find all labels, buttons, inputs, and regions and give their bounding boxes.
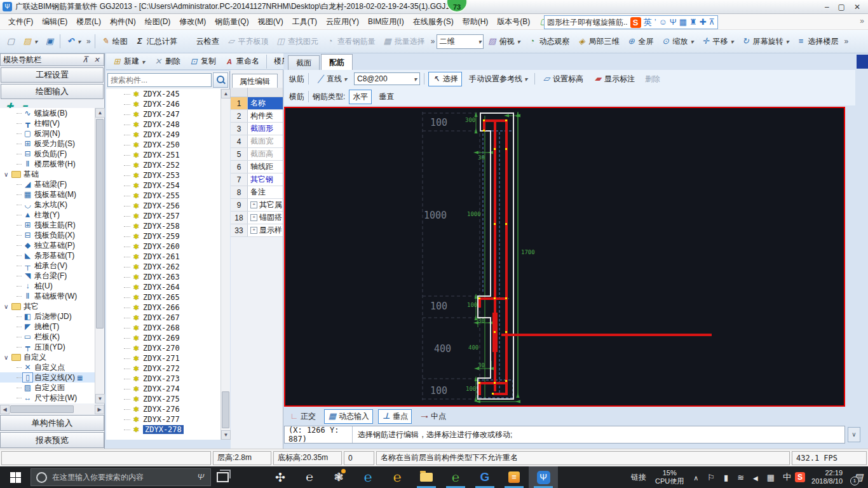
property-row[interactable]: 18 锚固搭 [231,212,283,224]
ime-mode-indicator[interactable]: 中 [779,471,795,483]
toolbar-button[interactable]: 屏幕旋转 [738,34,793,50]
list-item[interactable]: ZDYX-275 [106,394,229,404]
dynamic-input-toggle[interactable]: 动态输入 [324,409,373,424]
taskbar-clock[interactable]: 22:19 2018/8/10 [805,469,849,485]
ime-toolbar[interactable]: 圆形柱子即有螺旋箍筋.. S 英 ’ ☺ Ψ ▦ ♜ ✚ ⊼ [544,15,718,29]
emoji-icon[interactable]: ☺ [659,17,667,28]
property-row[interactable]: 4 截面宽 [231,135,283,148]
property-row[interactable]: 5 截面高 [231,148,283,161]
tree-item[interactable]: ◆ 独立基础(P) [0,240,104,250]
vertical-type-button[interactable]: 垂直 [376,90,397,104]
taskbar-app-button[interactable] [295,466,324,488]
view-mode-combo[interactable]: 二维 [437,34,484,49]
cpu-usage-widget[interactable]: 15% CPU使用 [650,469,689,485]
volume-icon[interactable] [749,473,763,482]
select-tool-button[interactable]: 选择 [428,72,462,86]
list-item[interactable]: ZDYX-273 [106,374,229,384]
toolbar-overflow-chevron[interactable]: » [429,37,437,46]
search-button[interactable] [213,72,228,88]
list-item[interactable]: ZDYX-268 [106,323,229,333]
show-annotation-button[interactable]: 显示标注 [590,72,638,86]
list-item[interactable]: ZDYX-255 [106,191,229,201]
taskbar-app-button[interactable] [470,466,499,488]
list-item[interactable]: ZDYX-265 [106,292,229,302]
property-row[interactable]: 7 其它钢 [231,173,283,186]
sogou-tray-icon[interactable]: S [795,472,805,482]
menu-item[interactable]: 视图(V) [254,14,288,30]
toolbar-button[interactable]: 全屏 [623,34,657,50]
manual-reference-button[interactable]: 手动设置参考线 [466,72,531,86]
tree-item[interactable]: Ⅱ 基础板带(W) [0,291,104,301]
menu-item[interactable]: BIM应用(I) [363,14,409,30]
taskbar-app-button[interactable] [499,466,529,488]
minimize-button[interactable]: – [825,3,829,11]
ime-punctuation-icon[interactable]: ’ [654,17,656,28]
scroll-down-icon[interactable]: ▼ [95,394,105,403]
tree-item[interactable]: ↔ 尺寸标注(W) [0,393,104,403]
list-item[interactable]: ZDYX-269 [106,333,229,343]
tree-item[interactable]: ◢ 基础梁(F) [0,179,104,189]
expand-plus-icon[interactable] [250,214,257,221]
taskbar-app-button[interactable] [529,466,558,488]
ortho-toggle[interactable]: 正交 [287,410,319,423]
menu-item[interactable]: 楼层(L) [72,14,105,30]
list-item[interactable]: ZDYX-245 [106,89,229,99]
toolbar-button[interactable]: 局部三维 [573,34,623,50]
alert-bell-icon[interactable] [703,473,719,482]
tree-item[interactable]: ✕ 自定义点 [0,362,104,372]
menu-item[interactable]: 构件(N) [105,14,140,30]
list-item[interactable]: ZDYX-250 [106,140,229,150]
toolbox-icon[interactable]: ✚ [700,17,707,28]
close-button[interactable]: ✕ [854,3,860,11]
scroll-up-icon[interactable]: ▲ [221,89,231,98]
scroll-down-icon[interactable]: ▼ [221,430,231,440]
save-button[interactable] [41,34,58,48]
list-item[interactable]: ZDYX-274 [106,384,229,394]
project-settings-button[interactable]: 工程设置 [1,67,104,83]
tree-item[interactable]: ⊞ 筏板主筋(R) [0,220,104,230]
cad-drawing-canvas[interactable]: 1001000100400100300100010040010030303017… [284,107,845,407]
toolbar-button[interactable]: 动态观察 [524,34,573,50]
list-item[interactable]: ZDYX-248 [106,119,229,130]
link-status[interactable]: 链接 [627,472,650,483]
perpendicular-snap-toggle[interactable]: 垂点 [378,409,412,424]
menu-overflow-chevron[interactable]: » [860,17,864,25]
scroll-left-icon[interactable]: ◀ [0,405,10,414]
toolbar-button[interactable]: 查找图元 [273,34,322,50]
tree-item[interactable]: ↓ 桩(U) [0,281,104,291]
expand-plus-icon[interactable] [250,227,257,234]
rename-component-button[interactable]: 重命名 [221,53,263,69]
list-item[interactable]: ZDYX-270 [106,343,229,353]
tree-item[interactable]: ┳ 柱帽(V) [0,118,104,128]
delete-component-button[interactable]: 删除 [150,53,184,69]
toolbar-button[interactable]: 批量选择 [379,34,429,50]
menu-item[interactable]: 云应用(Y) [322,14,363,30]
tree-item[interactable]: 基础 [0,169,104,179]
battery-icon[interactable] [719,473,733,482]
caret-icon[interactable] [4,354,11,361]
menu-item[interactable]: 绘图(D) [140,14,175,30]
scroll-up-icon[interactable]: ▲ [95,108,105,118]
close-icon[interactable] [92,55,101,64]
menu-item[interactable]: 帮助(H) [458,14,493,30]
open-file-button[interactable] [19,34,41,48]
tree-scrollbar[interactable]: ▲ ▼ [95,108,104,403]
microphone-icon[interactable]: Ψ [670,17,677,28]
soft-keyboard-icon[interactable]: ▦ [679,17,687,28]
scrollbar-thumb[interactable] [222,391,229,428]
list-scrollbar[interactable]: ▲ ▼ [220,89,230,440]
tree-item[interactable]: ◥ 承台梁(F) [0,271,104,281]
new-component-button[interactable]: 新建 [109,53,149,69]
undo-button[interactable] [62,34,85,48]
list-item[interactable]: ZDYX-263 [106,272,229,282]
tree-item[interactable]: ⊟ 筏板负筋(X) [0,230,104,240]
tree-item[interactable]: ▨ 自定义面 [0,383,104,393]
tree-item[interactable]: ▲ 柱墩(Y) [0,210,104,220]
list-item[interactable]: ZDYX-251 [106,150,229,160]
property-row[interactable]: 33 显示样 [231,224,283,237]
rebar-spec-combo[interactable]: C8@200 [354,72,420,85]
taskbar-app-button[interactable] [353,466,383,488]
start-button[interactable] [0,466,31,488]
toolbar-button[interactable]: 云检查 [181,34,223,50]
list-item[interactable]: ZDYX-267 [106,313,229,323]
